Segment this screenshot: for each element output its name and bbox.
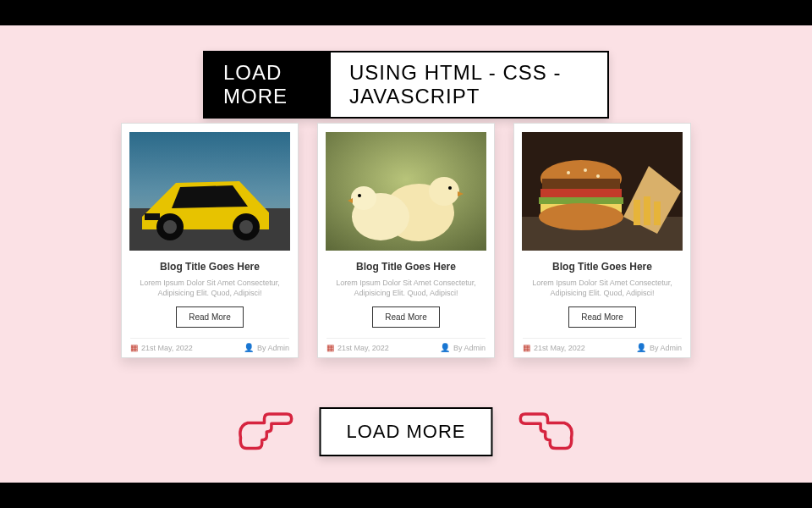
blog-card: Blog Title Goes Here Lorem Ipsum Dolor S…: [121, 123, 299, 358]
user-icon: 👤: [440, 343, 450, 352]
svg-rect-21: [539, 197, 623, 204]
blog-card: Blog Title Goes Here Lorem Ipsum Dolor S…: [513, 123, 691, 358]
card-author: 👤By Admin: [440, 343, 486, 352]
svg-rect-29: [644, 196, 650, 225]
svg-rect-6: [145, 213, 160, 220]
card-excerpt: Lorem Ipsum Dolor Sit Amet Consectetur, …: [523, 278, 682, 298]
card-author-text: By Admin: [650, 344, 682, 352]
pointing-hand-left-icon: [518, 406, 578, 457]
read-more-button[interactable]: Read More: [372, 306, 439, 328]
user-icon: 👤: [636, 343, 646, 352]
card-author: 👤By Admin: [244, 343, 289, 352]
page-stage: LOAD MORE USING HTML - CSS - JAVASCRIPT: [0, 25, 812, 483]
header-right-label: USING HTML - CSS - JAVASCRIPT: [331, 52, 607, 117]
card-excerpt: Lorem Ipsum Dolor Sit Amet Consectetur, …: [130, 278, 289, 298]
card-date-text: 21st May, 2022: [337, 344, 389, 352]
load-more-row: LOAD MORE: [234, 406, 577, 457]
card-image-burger: [522, 132, 683, 251]
header-left-badge: LOAD MORE: [205, 52, 331, 117]
calendar-icon: ▦: [130, 343, 138, 352]
svg-rect-28: [634, 200, 640, 225]
svg-point-13: [351, 186, 376, 210]
svg-point-10: [448, 186, 452, 190]
svg-rect-20: [540, 189, 622, 197]
card-meta: ▦21st May, 2022 👤By Admin: [326, 338, 486, 352]
card-image-car: [129, 132, 290, 251]
card-meta: ▦21st May, 2022 👤By Admin: [523, 338, 682, 352]
card-author: 👤By Admin: [636, 343, 682, 352]
load-more-button[interactable]: LOAD MORE: [319, 407, 492, 456]
cards-row: Blog Title Goes Here Lorem Ipsum Dolor S…: [121, 123, 691, 358]
card-meta: ▦21st May, 2022 👤By Admin: [130, 338, 289, 352]
card-date: ▦21st May, 2022: [523, 343, 585, 352]
svg-rect-30: [654, 202, 661, 225]
svg-point-3: [163, 220, 177, 234]
svg-point-23: [539, 203, 623, 230]
blog-card: Blog Title Goes Here Lorem Ipsum Dolor S…: [317, 123, 495, 358]
card-title: Blog Title Goes Here: [160, 261, 260, 273]
card-date: ▦21st May, 2022: [130, 343, 193, 352]
card-author-text: By Admin: [453, 344, 486, 352]
read-more-button[interactable]: Read More: [176, 306, 243, 328]
header-banner: LOAD MORE USING HTML - CSS - JAVASCRIPT: [203, 51, 609, 119]
card-excerpt: Lorem Ipsum Dolor Sit Amet Consectetur, …: [326, 278, 486, 298]
card-date-text: 21st May, 2022: [534, 344, 585, 352]
calendar-icon: ▦: [523, 343, 530, 352]
svg-point-9: [429, 177, 459, 206]
card-date-text: 21st May, 2022: [141, 344, 193, 352]
read-more-button[interactable]: Read More: [568, 306, 635, 328]
svg-point-25: [584, 168, 587, 172]
card-image-chicks: [326, 132, 486, 251]
card-author-text: By Admin: [257, 344, 289, 352]
user-icon: 👤: [244, 343, 254, 352]
svg-point-5: [239, 220, 253, 234]
card-title: Blog Title Goes Here: [552, 261, 652, 273]
card-date: ▦21st May, 2022: [326, 343, 389, 352]
svg-point-26: [596, 174, 600, 178]
card-title: Blog Title Goes Here: [356, 261, 456, 273]
calendar-icon: ▦: [326, 343, 334, 352]
svg-point-24: [567, 171, 570, 174]
svg-rect-19: [542, 179, 620, 189]
svg-point-14: [358, 194, 361, 197]
pointing-hand-right-icon: [234, 406, 294, 457]
